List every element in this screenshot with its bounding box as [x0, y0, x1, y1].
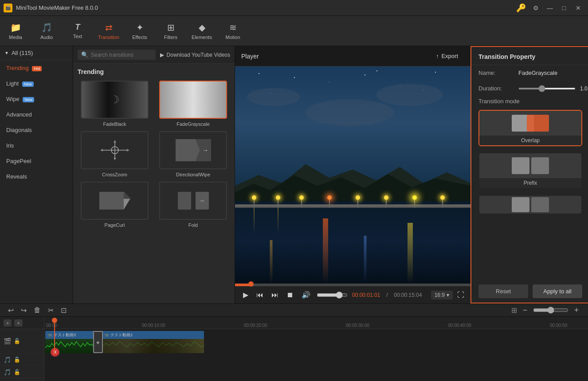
- mode-label: Transition mode: [471, 96, 588, 108]
- apply-all-button[interactable]: Apply to all: [533, 284, 582, 298]
- next-button[interactable]: ⏭: [270, 290, 280, 300]
- sidebar-trending-label: Trending: [6, 65, 29, 71]
- close-button[interactable]: ✕: [572, 2, 584, 14]
- bridge-light-1: [254, 197, 255, 208]
- download-youtube-link[interactable]: ▶ Download YouTube Videos: [160, 52, 230, 58]
- mode-postfix[interactable]: [478, 195, 582, 214]
- transition-property-panel: Transition Property Name: FadeGrayscale …: [470, 46, 588, 303]
- add-video-track-button[interactable]: +: [4, 319, 12, 327]
- minimize-button[interactable]: —: [544, 2, 556, 14]
- zoom-in-button[interactable]: +: [571, 305, 582, 315]
- fit-icon: ⊞: [511, 306, 517, 315]
- export-button[interactable]: ↑ Export: [430, 51, 464, 62]
- toolbar-transition-label: Transition: [98, 35, 119, 40]
- cut-button[interactable]: ✂: [46, 304, 55, 316]
- mode-overlap[interactable]: Overlap: [478, 110, 582, 146]
- toolbar-filters[interactable]: ⊞ Filters: [155, 16, 186, 46]
- undo-button[interactable]: ↩: [6, 304, 16, 316]
- transition-card-directionalwipe[interactable]: → DirectionalWipe: [156, 131, 230, 177]
- aspect-ratio-selector[interactable]: 16:9 ▾: [431, 291, 453, 299]
- reset-button[interactable]: Reset: [478, 284, 528, 298]
- cut-marker[interactable]: ✕: [51, 348, 59, 357]
- overlap-label: Overlap: [479, 136, 581, 145]
- crosszoom-name: CrossZoom: [102, 172, 127, 177]
- sidebar-item-iris[interactable]: Iris: [0, 138, 73, 153]
- directionalwipe-thumb[interactable]: →: [159, 131, 227, 169]
- toolbar-media-label: Media: [9, 35, 22, 40]
- playhead-head: [52, 318, 57, 323]
- fadeblack-thumb[interactable]: ☽: [81, 81, 149, 119]
- sidebar-advanced-label: Advanced: [6, 111, 32, 118]
- progress-fill: [235, 284, 251, 286]
- ruler-mark-0: 00:00: [46, 323, 57, 328]
- volume-slider[interactable]: [317, 292, 348, 299]
- sidebar-item-advanced[interactable]: Advanced: [0, 107, 73, 122]
- mode-prefix[interactable]: Prefix: [478, 152, 582, 189]
- toolbar-elements[interactable]: ◆ Elements: [186, 16, 217, 46]
- sidebar-item-diagonals[interactable]: Diagonals: [0, 122, 73, 138]
- toolbar-text[interactable]: T Text: [62, 16, 93, 46]
- transition-card-fold[interactable]: → Fold: [156, 182, 230, 228]
- toolbar: 📁 Media 🎵 Audio T Text ⇄ Transition ✦ Ef…: [0, 16, 588, 46]
- toolbar-motion[interactable]: ≋ Motion: [217, 16, 248, 46]
- sidebar-item-pagepeel[interactable]: PagePeel: [0, 153, 73, 169]
- prev-button[interactable]: ⏮: [255, 290, 265, 300]
- crop-button[interactable]: ⊡: [59, 304, 68, 316]
- maximize-button[interactable]: □: [558, 2, 570, 14]
- search-icon: 🔍: [81, 51, 88, 58]
- transition-marker[interactable]: [93, 331, 103, 353]
- zoom-slider[interactable]: [533, 307, 568, 314]
- fadegrayscale-name: FadeGrayscale: [176, 121, 210, 127]
- sidebar-item-wipe[interactable]: Wipe New: [0, 91, 73, 107]
- track-labels: + + 🎬 🔓 🎵 🔓 🎵 🔓: [0, 317, 44, 381]
- add-audio-track-button[interactable]: +: [14, 319, 22, 327]
- sidebar-item-light[interactable]: Light New: [0, 76, 73, 91]
- delete-button[interactable]: 🗑: [32, 304, 43, 316]
- search-box[interactable]: 🔍: [78, 50, 156, 60]
- audio-track-lock-1[interactable]: 🔓: [14, 357, 20, 363]
- playhead[interactable]: [54, 318, 55, 354]
- key-icon: 🔑: [516, 3, 526, 13]
- audio-track-icon-1: 🎵: [4, 356, 11, 363]
- app-icon: 🎬: [4, 4, 12, 12]
- sidebar-reveals-label: Reveals: [6, 173, 27, 180]
- clip-icon-2: 📹: [104, 333, 109, 337]
- bridge-light-3: [301, 197, 302, 208]
- transitions-list: Trending ☽ FadeBlack FadeGraysc: [73, 64, 235, 303]
- toolbar-transition[interactable]: ⇄ Transition: [93, 16, 124, 46]
- transition-card-fadeblack[interactable]: ☽ FadeBlack: [78, 81, 152, 127]
- audio-track-lock-2[interactable]: 🔓: [14, 369, 20, 375]
- fullscreen-button[interactable]: ⛶: [457, 291, 464, 299]
- redo-button[interactable]: ↪: [19, 304, 28, 316]
- prefix-label: Prefix: [479, 178, 581, 188]
- crosszoom-thumb[interactable]: [81, 131, 149, 169]
- sidebar-item-trending[interactable]: Trending Hot: [0, 60, 73, 76]
- ruler-mark-1: 00:00:10:00: [142, 323, 165, 328]
- search-input[interactable]: [91, 52, 152, 58]
- duration-row: Duration: 1.0 s: [471, 81, 588, 96]
- sidebar-all-header[interactable]: ▼ All (115): [0, 46, 73, 60]
- toolbar-media[interactable]: 📁 Media: [0, 16, 31, 46]
- stop-button[interactable]: ⏹: [285, 290, 295, 300]
- volume-button[interactable]: 🔊: [300, 290, 312, 300]
- video-clip-2[interactable]: 📹 テスト動画2: [102, 331, 204, 353]
- pagecurl-thumb[interactable]: [81, 182, 149, 220]
- sidebar-pagepeel-label: PagePeel: [6, 158, 31, 164]
- sidebar-item-reveals[interactable]: Reveals: [0, 169, 73, 184]
- svg-marker-3: [114, 158, 116, 160]
- main-area: ▼ All (115) Trending Hot Light New Wipe …: [0, 46, 588, 303]
- duration-slider[interactable]: [518, 88, 576, 89]
- player-progress[interactable]: [235, 284, 470, 286]
- transition-card-crosszoom[interactable]: CrossZoom: [78, 131, 152, 177]
- play-button[interactable]: ▶: [241, 290, 250, 300]
- video-track-lock-icon[interactable]: 🔓: [14, 338, 20, 344]
- settings-button[interactable]: ⚙: [529, 2, 542, 14]
- fadegrayscale-thumb[interactable]: [159, 81, 227, 119]
- transition-card-fadegrayscale[interactable]: FadeGrayscale: [156, 81, 230, 127]
- reflection-blue: [364, 236, 367, 284]
- toolbar-audio[interactable]: 🎵 Audio: [31, 16, 62, 46]
- zoom-out-button[interactable]: −: [520, 305, 530, 315]
- toolbar-effects[interactable]: ✦ Effects: [124, 16, 155, 46]
- transition-card-pagecurl[interactable]: PageCurl: [78, 182, 152, 228]
- fold-thumb[interactable]: →: [159, 182, 227, 220]
